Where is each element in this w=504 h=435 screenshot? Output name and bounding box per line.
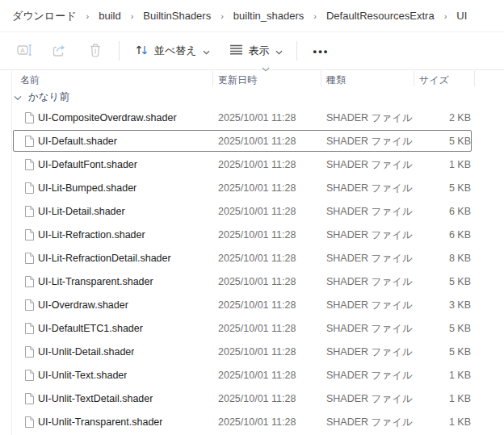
trash-icon [89, 43, 102, 60]
file-row[interactable]: UI-Unlit-TextDetail.shader 2025/10/01 11… [0, 387, 504, 410]
column-header-type[interactable]: 種類 [326, 73, 346, 87]
delete-button[interactable] [82, 37, 109, 65]
group-collapse-chevron-icon [14, 92, 22, 103]
pane-edge-divider [11, 71, 12, 435]
column-separator[interactable] [321, 71, 321, 86]
toolbar: A [0, 32, 504, 70]
file-name: UI-Lit-Bumped.shader [38, 182, 136, 194]
file-size: 1 KB [419, 370, 471, 381]
file-icon [24, 252, 35, 265]
file-date-modified: 2025/10/01 11:28 [218, 206, 296, 217]
file-date-modified: 2025/10/01 11:28 [218, 253, 296, 264]
file-explorer-window: ダウンロード›build›BuiltinShaders›builtin_shad… [0, 0, 504, 435]
file-type: SHADER ファイル [326, 157, 413, 171]
file-row[interactable]: UI-Lit-Refraction.shader 2025/10/01 11:2… [0, 223, 504, 246]
file-name: UI-Lit-RefractionDetail.shader [38, 253, 171, 264]
file-row[interactable]: UI-Unlit-Detail.shader 2025/10/01 11:28 … [0, 340, 504, 363]
breadcrumb-item[interactable]: BuiltinShaders [139, 7, 215, 24]
file-name: UI-Lit-Transparent.shader [38, 276, 153, 287]
file-date-modified: 2025/10/01 11:28 [218, 182, 296, 194]
file-size: 5 KB [419, 182, 471, 194]
rename-button[interactable]: A [10, 37, 38, 65]
chevron-right-icon: › [86, 11, 90, 21]
group-header[interactable]: かなり前 [0, 89, 504, 106]
breadcrumb-item[interactable]: builtin_shaders [229, 7, 308, 24]
file-name: UI-Default.shader [38, 136, 117, 147]
share-icon [52, 43, 67, 60]
file-row[interactable]: UI-Lit-RefractionDetail.shader 2025/10/0… [0, 246, 504, 270]
file-row[interactable]: UI-Overdraw.shader 2025/10/01 11:28 SHAD… [0, 293, 504, 316]
file-type: SHADER ファイル [326, 415, 413, 429]
sort-direction-chevron-icon [262, 63, 270, 74]
breadcrumb: ダウンロード›build›BuiltinShaders›builtin_shad… [0, 0, 504, 32]
view-button-label: 表示 [249, 44, 270, 58]
file-list: UI-CompositeOverdraw.shader 2025/10/01 1… [0, 106, 504, 433]
file-name: UI-CompositeOverdraw.shader [38, 112, 177, 123]
file-type: SHADER ファイル [326, 204, 413, 218]
file-icon [24, 345, 35, 358]
breadcrumb-item[interactable]: UI [452, 7, 471, 24]
file-date-modified: 2025/10/01 11:28 [218, 346, 296, 358]
column-headers: 名前 更新日時 種類 サイズ [0, 70, 504, 89]
file-row[interactable]: UI-Unlit-Text.shader 2025/10/01 11:28 SH… [0, 363, 504, 387]
file-date-modified: 2025/10/01 11:28 [218, 136, 296, 147]
file-size: 3 KB [419, 299, 471, 311]
file-date-modified: 2025/10/01 11:28 [218, 416, 296, 428]
rename-icon: A [17, 43, 32, 60]
file-date-modified: 2025/10/01 11:28 [218, 159, 296, 170]
column-separator[interactable] [212, 71, 213, 86]
column-header-name[interactable]: 名前 [20, 73, 40, 87]
file-size: 6 KB [419, 229, 471, 241]
file-row[interactable]: UI-CompositeOverdraw.shader 2025/10/01 1… [0, 106, 504, 129]
file-icon [24, 228, 35, 241]
file-type: SHADER ファイル [326, 181, 413, 194]
chevron-right-icon: › [131, 11, 134, 21]
breadcrumb-item[interactable]: build [94, 7, 124, 24]
file-type: SHADER ファイル [326, 274, 413, 288]
chevron-down-icon [275, 45, 283, 57]
file-type: SHADER ファイル [326, 368, 413, 382]
svg-text:A: A [20, 46, 25, 53]
share-button[interactable] [46, 37, 74, 65]
file-name: UI-Lit-Detail.shader [38, 206, 125, 217]
column-separator[interactable] [414, 71, 414, 86]
file-name: UI-Overdraw.shader [38, 299, 128, 311]
file-size: 6 KB [419, 206, 471, 217]
column-separator[interactable] [474, 71, 475, 86]
file-date-modified: 2025/10/01 11:28 [218, 370, 296, 381]
breadcrumb-item[interactable]: ダウンロード [8, 6, 81, 26]
file-row[interactable]: UI-Default.shader 2025/10/01 11:28 SHADE… [0, 129, 504, 153]
file-row[interactable]: UI-Lit-Transparent.shader 2025/10/01 11:… [0, 270, 504, 293]
file-icon [24, 158, 35, 171]
file-row[interactable]: UI-Lit-Bumped.shader 2025/10/01 11:28 SH… [0, 176, 504, 199]
file-row[interactable]: UI-Lit-Detail.shader 2025/10/01 11:28 SH… [0, 199, 504, 223]
file-icon [24, 135, 35, 148]
file-icon [24, 299, 35, 312]
sort-button[interactable]: 並べ替え [128, 38, 217, 65]
file-size: 1 KB [419, 416, 471, 428]
see-more-button[interactable]: ••• [305, 40, 338, 63]
file-size: 5 KB [419, 323, 471, 334]
file-type: SHADER ファイル [326, 391, 413, 405]
breadcrumb-item[interactable]: DefaultResourcesExtra [322, 7, 439, 24]
file-name: UI-Unlit-Transparent.shader [38, 416, 162, 428]
file-row[interactable]: UI-DefaultETC1.shader 2025/10/01 11:28 S… [0, 316, 504, 340]
file-name: UI-Unlit-Text.shader [38, 370, 127, 381]
file-size: 1 KB [419, 393, 471, 404]
file-type: SHADER ファイル [326, 345, 413, 358]
file-name: UI-Unlit-TextDetail.shader [38, 393, 153, 404]
file-icon [24, 322, 35, 335]
file-icon [24, 275, 35, 288]
column-header-date-modified[interactable]: 更新日時 [218, 73, 257, 87]
file-row[interactable]: UI-Unlit-Transparent.shader 2025/10/01 1… [0, 410, 504, 433]
file-date-modified: 2025/10/01 11:28 [218, 299, 296, 311]
column-header-size[interactable]: サイズ [419, 73, 449, 87]
view-button[interactable]: 表示 [222, 38, 290, 64]
chevron-right-icon: › [313, 11, 317, 21]
file-date-modified: 2025/10/01 11:28 [218, 112, 296, 123]
file-type: SHADER ファイル [326, 298, 413, 312]
file-row[interactable]: UI-DefaultFont.shader 2025/10/01 11:28 S… [0, 153, 504, 176]
file-name: UI-DefaultFont.shader [38, 159, 137, 170]
file-type: SHADER ファイル [326, 321, 413, 335]
toolbar-divider [296, 41, 297, 61]
